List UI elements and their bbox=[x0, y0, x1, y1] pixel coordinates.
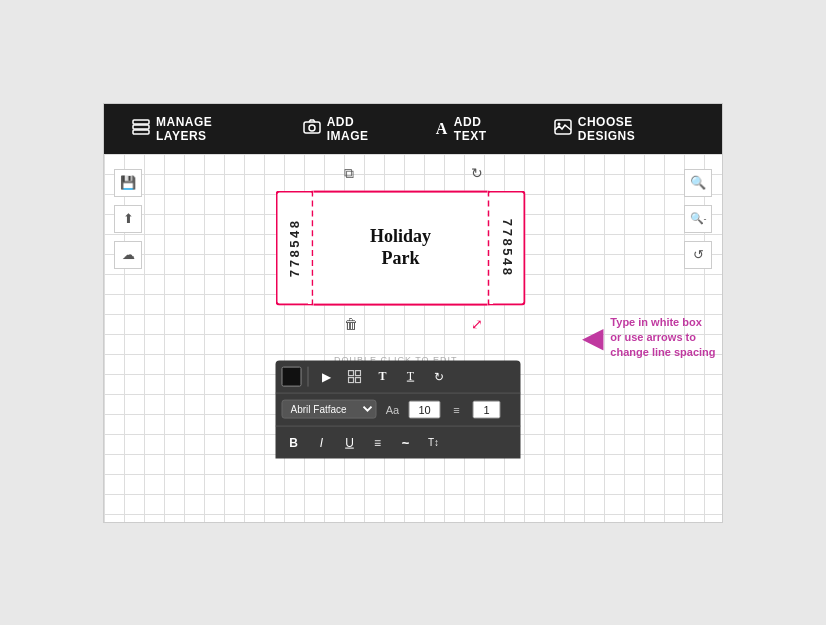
delete-icon[interactable]: 🗑 bbox=[344, 315, 358, 331]
nav-item-add-text[interactable]: A ADD TEXT bbox=[418, 104, 536, 154]
toolbar-row-1: ▶ T T ↻ bbox=[276, 360, 521, 393]
save-button[interactable]: 💾 bbox=[114, 169, 142, 197]
toolbar-row-2: Abril Fatface Aa ≡ bbox=[276, 393, 521, 426]
zoom-in-button[interactable]: 🔍 bbox=[684, 169, 712, 197]
tb-btn-grid[interactable] bbox=[343, 364, 367, 388]
svg-rect-8 bbox=[356, 370, 361, 375]
ticket-main[interactable]: ⧉ ↻ Holiday Park 🗑 ⤢ bbox=[314, 190, 488, 305]
svg-rect-9 bbox=[349, 377, 354, 382]
font-size-input[interactable] bbox=[409, 400, 441, 418]
font-select[interactable]: Abril Fatface bbox=[282, 400, 377, 419]
ticket-stub-left: 778548 bbox=[276, 190, 314, 305]
svg-point-4 bbox=[309, 125, 315, 131]
tb-btn-T1[interactable]: T bbox=[371, 364, 395, 388]
nav-label-choose-designs: CHOOSE DESIGNS bbox=[578, 115, 694, 143]
canvas-area: 💾 ⬆ ☁ 🔍 🔍- ↺ 778548 bbox=[104, 154, 722, 522]
outer-wrapper: MANAGE LAYERS ADD IMAGE A ADD TEXT bbox=[0, 0, 826, 625]
nav-label-add-text: ADD TEXT bbox=[454, 115, 518, 143]
left-toolbar: 💾 ⬆ ☁ bbox=[114, 169, 142, 269]
right-toolbar: 🔍 🔍- ↺ bbox=[684, 169, 712, 269]
camera-icon bbox=[303, 119, 321, 138]
nav-item-add-image[interactable]: ADD IMAGE bbox=[285, 104, 418, 154]
tb-btn-strikethrough[interactable]: ~ bbox=[394, 430, 418, 454]
tb-btn-align[interactable]: ≡ bbox=[366, 430, 390, 454]
nav-label-add-image: ADD IMAGE bbox=[327, 115, 400, 143]
tb-btn-cursor[interactable]: ▶ bbox=[315, 364, 339, 388]
upload-button[interactable]: ⬆ bbox=[114, 205, 142, 233]
ticket-number-left: 778548 bbox=[287, 218, 302, 277]
separator-1 bbox=[308, 366, 309, 386]
rotate-icon[interactable]: ↻ bbox=[471, 164, 483, 180]
rotate-button[interactable]: ↺ bbox=[684, 241, 712, 269]
text-icon: A bbox=[436, 120, 448, 138]
annotation-arrow-icon: ◀ bbox=[582, 324, 604, 352]
tb-btn-text-transform[interactable]: T↕ bbox=[422, 430, 446, 454]
ticket-wrapper: 778548 ⧉ ↻ Holiday Park bbox=[276, 190, 526, 458]
text-toolbar: ▶ T T ↻ bbox=[276, 360, 521, 458]
ticket-title-line2: Park bbox=[381, 248, 419, 268]
svg-rect-1 bbox=[133, 125, 149, 129]
navbar: MANAGE LAYERS ADD IMAGE A ADD TEXT bbox=[104, 104, 722, 154]
svg-point-6 bbox=[557, 123, 560, 126]
svg-rect-7 bbox=[349, 370, 354, 375]
ticket-number-right: 778548 bbox=[499, 218, 514, 277]
tb-btn-T2[interactable]: T bbox=[399, 364, 423, 388]
color-swatch[interactable] bbox=[282, 366, 302, 386]
app-container: MANAGE LAYERS ADD IMAGE A ADD TEXT bbox=[103, 103, 723, 523]
svg-rect-10 bbox=[356, 377, 361, 382]
nav-label-manage-layers: MANAGE LAYERS bbox=[156, 115, 267, 143]
tb-btn-font-size-icon: Aa bbox=[381, 397, 405, 421]
svg-rect-2 bbox=[133, 130, 149, 134]
designs-icon bbox=[554, 119, 572, 138]
annotation-text: Type in white box or use arrows to chang… bbox=[610, 315, 715, 361]
svg-rect-0 bbox=[133, 120, 149, 124]
tb-btn-flip[interactable]: ↻ bbox=[427, 364, 451, 388]
ticket[interactable]: 778548 ⧉ ↻ Holiday Park bbox=[276, 190, 526, 305]
download-button[interactable]: ☁ bbox=[114, 241, 142, 269]
resize-icon[interactable]: ⤢ bbox=[471, 315, 483, 331]
ticket-title: Holiday Park bbox=[370, 226, 431, 269]
tb-btn-italic[interactable]: I bbox=[310, 430, 334, 454]
tb-btn-underline[interactable]: U bbox=[338, 430, 362, 454]
tb-btn-bold[interactable]: B bbox=[282, 430, 306, 454]
line-spacing-input[interactable] bbox=[473, 400, 501, 418]
toolbar-row-3: B I U ≡ ~ T↕ bbox=[276, 426, 521, 458]
ticket-text-content: Holiday Park bbox=[370, 226, 431, 269]
ticket-title-line1: Holiday bbox=[370, 226, 431, 246]
nav-item-choose-designs[interactable]: CHOOSE DESIGNS bbox=[536, 104, 712, 154]
zoom-out-button[interactable]: 🔍- bbox=[684, 205, 712, 233]
layers-icon bbox=[132, 119, 150, 139]
nav-item-manage-layers[interactable]: MANAGE LAYERS bbox=[114, 104, 285, 154]
annotation: ◀ Type in white box or use arrows to cha… bbox=[582, 315, 715, 361]
copy-icon[interactable]: ⧉ bbox=[344, 164, 354, 181]
tb-btn-line-spacing-icon: ≡ bbox=[445, 397, 469, 421]
ticket-stub-right: 778548 bbox=[488, 190, 526, 305]
